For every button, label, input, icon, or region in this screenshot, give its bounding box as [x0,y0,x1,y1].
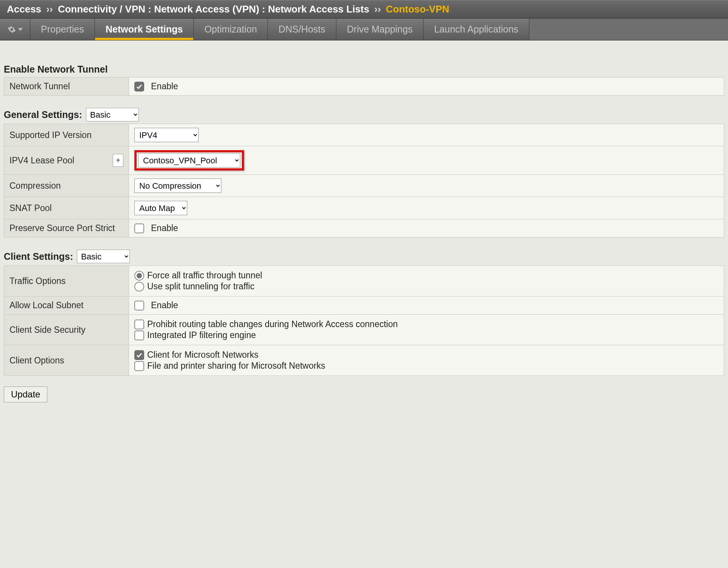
row-traffic-options: Traffic Options Force all traffic throug… [4,266,724,296]
update-button[interactable]: Update [4,386,47,402]
checkbox-label: Enable [151,300,178,310]
allow-local-checkbox[interactable] [134,301,144,310]
add-lease-pool-button[interactable]: + [113,154,123,167]
tab-label: DNS/Hosts [278,24,325,35]
row-label: Client Side Security [4,315,129,345]
gear-icon [8,25,16,34]
radio-label: Use split tunneling for traffic [147,281,254,292]
tabs-bar: Properties Network Settings Optimization… [0,19,728,40]
ip-version-select[interactable]: IPV4 [134,128,199,142]
breadcrumb-root[interactable]: Access [7,3,41,15]
breadcrumb-current: Contoso-VPN [386,3,450,15]
row-lease-pool: IPV4 Lease Pool + Contoso_VPN_Pool [4,146,724,175]
row-label: Network Tunnel [4,78,129,96]
traffic-force-radio[interactable] [134,271,144,281]
checkbox-label: File and printer sharing for Microsoft N… [147,361,325,371]
section-heading-general: General Settings: Basic [4,108,724,121]
tab-launch-applications[interactable]: Launch Applications [423,19,529,40]
prohibit-routing-checkbox[interactable] [134,320,144,329]
checkbox-label: Client for Microsoft Networks [147,350,258,360]
client-mode-select[interactable]: Basic [77,250,130,263]
tab-label: Launch Applications [434,24,518,35]
row-label: Allow Local Subnet [4,296,129,315]
network-tunnel-checkbox[interactable] [134,82,144,92]
row-ip-version: Supported IP Version IPV4 [4,124,724,146]
row-preserve-port: Preserve Source Port Strict Enable [4,219,724,237]
snat-pool-select[interactable]: Auto Map [134,201,187,215]
tab-properties[interactable]: Properties [30,19,95,40]
row-label: Supported IP Version [4,124,129,146]
breadcrumb: Access ›› Connectivity / VPN : Network A… [0,0,728,19]
row-label: Compression [4,175,129,197]
ip-filter-checkbox[interactable] [134,331,144,340]
client-fileshare-checkbox[interactable] [134,361,144,371]
breadcrumb-sep-icon: ›› [374,3,381,15]
tab-dns-hosts[interactable]: DNS/Hosts [268,19,336,40]
row-label: IPV4 Lease Pool [9,155,74,166]
general-mode-select[interactable]: Basic [86,108,139,121]
section-heading-text: Enable Network Tunnel [4,64,108,75]
radio-label: Force all traffic through tunnel [147,270,262,281]
highlight-box: Contoso_VPN_Pool [134,150,244,171]
traffic-split-radio[interactable] [134,282,144,292]
row-label: SNAT Pool [4,197,129,219]
section-heading-client: Client Settings: Basic [4,250,724,263]
preserve-port-checkbox[interactable] [134,223,144,233]
section-heading-text: Client Settings: [4,251,73,262]
tab-label: Network Settings [106,24,183,35]
checkbox-label: Integrated IP filtering engine [147,330,256,340]
chevron-down-icon [18,28,23,31]
enable-tunnel-table: Network Tunnel Enable [4,77,724,96]
lease-pool-select[interactable]: Contoso_VPN_Pool [138,153,240,168]
checkbox-label: Prohibit routing table changes during Ne… [147,319,398,329]
row-label: Preserve Source Port Strict [4,219,129,237]
tab-label: Properties [41,24,84,35]
tab-label: Optimization [204,24,257,35]
row-compression: Compression No Compression [4,175,724,197]
client-msnet-checkbox[interactable] [134,350,144,360]
tab-label: Drive Mappings [347,24,413,35]
breadcrumb-path[interactable]: Connectivity / VPN : Network Access (VPN… [58,3,369,15]
tab-optimization[interactable]: Optimization [194,19,268,40]
row-label: Traffic Options [4,266,129,296]
gear-menu-button[interactable] [0,19,30,40]
row-client-options: Client Options Client for Microsoft Netw… [4,345,724,376]
tab-network-settings[interactable]: Network Settings [95,19,194,40]
row-label: Client Options [4,345,129,376]
row-allow-local-subnet: Allow Local Subnet Enable [4,296,724,315]
checkbox-label: Enable [151,223,178,233]
compression-select[interactable]: No Compression [134,178,221,193]
checkbox-label: Enable [151,81,178,92]
breadcrumb-sep-icon: ›› [46,3,53,15]
section-heading-enable-tunnel: Enable Network Tunnel [4,64,724,75]
row-snat-pool: SNAT Pool Auto Map [4,197,724,219]
row-network-tunnel: Network Tunnel Enable [4,78,724,96]
general-settings-table: Supported IP Version IPV4 IPV4 Lease Poo… [4,124,724,237]
client-settings-table: Traffic Options Force all traffic throug… [4,265,724,376]
tab-drive-mappings[interactable]: Drive Mappings [336,19,424,40]
section-heading-text: General Settings: [4,109,82,120]
row-client-side-security: Client Side Security Prohibit routing ta… [4,315,724,345]
